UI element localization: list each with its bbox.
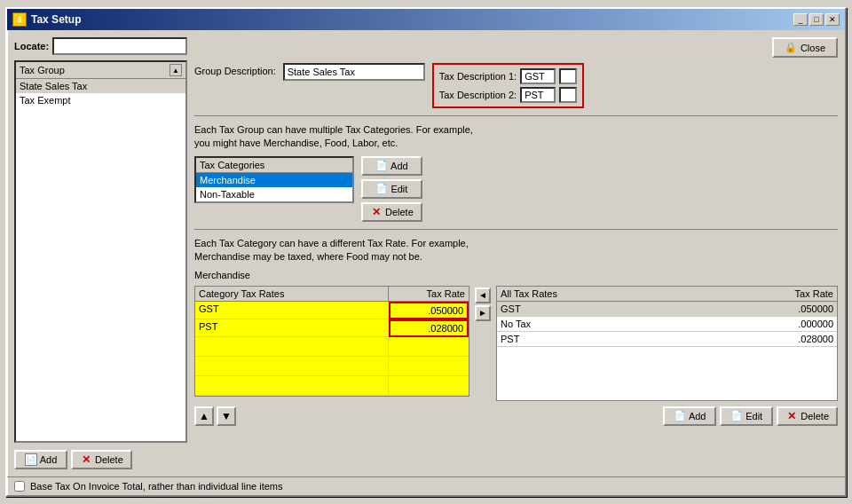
empty-table-row: [195, 337, 469, 357]
empty-cell: [389, 376, 469, 396]
rate-value-cell: .050000: [389, 302, 469, 319]
window-content: Locate: Tax Group ▲ State Sales Tax Tax …: [7, 30, 845, 476]
close-icon: 🔒: [785, 42, 797, 53]
group-desc-row: Group Description: Tax Description 1: Ta…: [194, 63, 838, 108]
minimize-button[interactable]: _: [793, 13, 808, 26]
left-add-button[interactable]: 📄 Add: [14, 450, 67, 469]
all-col-header-1: All Tax Rates: [497, 287, 766, 301]
tax-setup-window: $ Tax Setup _ □ ✕ Locate: Tax Group ▲ St…: [5, 7, 847, 497]
add-icon: 📄: [375, 160, 388, 172]
all-rates-row[interactable]: GST .050000: [497, 302, 837, 317]
edit-icon: 📄: [730, 410, 743, 422]
divider-1: [194, 115, 838, 116]
col-header-2: Tax Rate: [389, 287, 469, 301]
delete-icon: ✕: [785, 410, 798, 422]
arrow-buttons: ◄ ►: [473, 286, 493, 323]
rates-add-button[interactable]: 📄 Add: [663, 406, 716, 426]
group-desc-input[interactable]: [283, 63, 425, 81]
all-rate-value: .028000: [766, 332, 837, 346]
tax-desc-1-input[interactable]: [520, 68, 556, 84]
table-header: Category Tax Rates Tax Rate: [195, 287, 469, 302]
edit-icon: 📄: [375, 183, 388, 195]
base-tax-label: Base Tax On Invoice Total, rather than i…: [30, 481, 283, 492]
group-desc-label: Group Description:: [194, 63, 276, 76]
all-col-header-2: Tax Rate: [766, 287, 837, 301]
window-footer: Base Tax On Invoice Total, rather than i…: [7, 476, 845, 495]
left-delete-button[interactable]: ✕ Delete: [71, 450, 132, 469]
bottom-right-buttons: 📄 Add 📄 Edit ✕ Delete: [663, 406, 838, 426]
locate-input[interactable]: [52, 37, 187, 55]
move-down-button[interactable]: ▼: [217, 406, 236, 426]
cat-add-button[interactable]: 📄 Add: [361, 156, 422, 176]
tax-desc-2-extra: [559, 87, 577, 103]
all-rate-value: .050000: [766, 302, 837, 316]
empty-cell: [195, 376, 389, 396]
tax-desc-1-label: Tax Description 1:: [439, 71, 517, 82]
right-panel: 🔒 Close Group Description: Tax Descripti…: [194, 37, 838, 469]
left-panel: Locate: Tax Group ▲ State Sales Tax Tax …: [14, 37, 187, 469]
all-rate-name: PST: [497, 332, 766, 346]
info-text-1: Each Tax Group can have multiple Tax Cat…: [194, 123, 838, 151]
tax-desc-2-input[interactable]: [520, 87, 556, 103]
maximize-button[interactable]: □: [809, 13, 824, 26]
close-btn-row: 🔒 Close: [194, 37, 838, 58]
list-item[interactable]: State Sales Tax: [16, 79, 185, 93]
tables-row: Category Tax Rates Tax Rate GST .050000 …: [194, 286, 838, 401]
all-tax-rates-table: All Tax Rates Tax Rate GST .050000 No Ta…: [496, 286, 838, 401]
list-item[interactable]: Tax Exempt: [16, 93, 185, 107]
left-buttons: 📄 Add ✕ Delete: [14, 450, 187, 469]
window-title: Tax Setup: [31, 13, 81, 26]
category-item[interactable]: Non-Taxable: [196, 187, 352, 201]
categories-section: Tax Categories Merchandise Non-Taxable 📄…: [194, 156, 838, 222]
category-item[interactable]: Merchandise: [196, 173, 352, 187]
table-row[interactable]: PST .028000: [195, 319, 469, 337]
info-text-2: Each Tax Category can have a different T…: [194, 237, 838, 264]
all-rates-empty: [497, 347, 837, 400]
delete-icon: ✕: [80, 453, 92, 466]
empty-table-row: [195, 376, 469, 396]
rates-delete-button[interactable]: ✕ Delete: [777, 406, 838, 426]
delete-icon: ✕: [370, 206, 383, 218]
locate-label: Locate:: [14, 41, 49, 51]
cat-edit-button[interactable]: 📄 Edit: [361, 179, 422, 199]
close-title-button[interactable]: ✕: [825, 13, 840, 26]
divider-2: [194, 229, 838, 230]
all-rate-value: .000000: [766, 317, 837, 331]
table-row[interactable]: GST .050000: [195, 302, 469, 319]
all-rates-header: All Tax Rates Tax Rate: [497, 287, 837, 302]
title-bar: $ Tax Setup _ □ ✕: [7, 9, 845, 30]
title-bar-left: $ Tax Setup: [12, 12, 81, 27]
base-tax-checkbox[interactable]: [14, 481, 25, 492]
tax-desc-1-extra: [559, 68, 577, 84]
cat-delete-button[interactable]: ✕ Delete: [361, 202, 422, 222]
categories-header: Tax Categories: [196, 158, 352, 173]
arrow-right-button[interactable]: ►: [475, 305, 491, 321]
all-rate-name: GST: [497, 302, 766, 316]
empty-cell: [389, 357, 469, 376]
tax-desc-2-row: Tax Description 2:: [439, 87, 577, 103]
list-scroll-up[interactable]: ▲: [170, 64, 182, 76]
tax-desc-1-row: Tax Description 1:: [439, 68, 577, 84]
title-controls: _ □ ✕: [793, 13, 840, 26]
bottom-section: ▲ ▼ 📄 Add 📄 Edit ✕ Delete: [194, 406, 838, 426]
all-rates-row[interactable]: PST .028000: [497, 332, 837, 347]
window-icon: $: [12, 12, 27, 27]
arrow-left-button[interactable]: ◄: [475, 287, 491, 303]
close-button[interactable]: 🔒 Close: [772, 37, 838, 58]
table-body: GST .050000 PST .028000: [195, 302, 469, 396]
all-rates-row[interactable]: No Tax .000000: [497, 317, 837, 332]
add-icon: 📄: [674, 410, 686, 422]
tax-group-header: Tax Group ▲: [16, 62, 185, 79]
empty-cell: [389, 337, 469, 357]
rate-value-cell: .028000: [389, 319, 469, 337]
tax-desc-box: Tax Description 1: Tax Description 2:: [432, 63, 584, 108]
move-up-button[interactable]: ▲: [194, 406, 214, 426]
category-buttons: 📄 Add 📄 Edit ✕ Delete: [361, 156, 422, 222]
add-icon: 📄: [25, 453, 37, 466]
category-tax-rates-table: Category Tax Rates Tax Rate GST .050000 …: [194, 286, 469, 397]
current-category-label: Merchandise: [194, 270, 838, 280]
locate-row: Locate:: [14, 37, 187, 55]
rate-name-cell: GST: [195, 302, 389, 319]
rates-edit-button[interactable]: 📄 Edit: [720, 406, 773, 426]
categories-list: Tax Categories Merchandise Non-Taxable: [194, 156, 354, 203]
